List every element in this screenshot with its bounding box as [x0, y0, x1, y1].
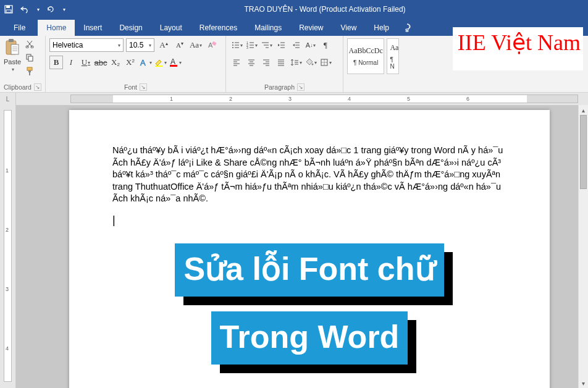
change-case-icon[interactable]: Aa [189, 38, 203, 52]
svg-rect-12 [28, 56, 33, 61]
banner-1[interactable]: Sửa lỗi Font chữ [175, 243, 443, 297]
svg-rect-2 [6, 10, 11, 12]
svg-rect-19 [155, 65, 162, 67]
paste-label[interactable]: Paste [4, 58, 21, 65]
svg-rect-1 [6, 6, 10, 8]
bold-button[interactable]: B [49, 56, 63, 69]
svg-text:3: 3 [246, 46, 248, 49]
tab-view[interactable]: View [332, 20, 366, 36]
font-name-selector[interactable]: Helvetica▾ [49, 38, 124, 52]
paragraph-launcher-icon[interactable]: ↘ [297, 83, 304, 91]
scroll-thumb[interactable] [580, 115, 587, 189]
multilevel-list-icon[interactable] [259, 38, 273, 52]
clipboard-launcher-icon[interactable]: ↘ [34, 83, 41, 91]
title-bar: ▾ ▾ TRAO DUYÊN - Word (Product Activatio… [0, 0, 588, 19]
svg-text:A: A [208, 41, 213, 49]
undo-dropdown-icon[interactable]: ▾ [37, 7, 40, 12]
svg-rect-5 [11, 44, 19, 54]
shrink-font-icon[interactable]: A▾ [173, 38, 187, 52]
ruler-horizontal: L 1 2 3 4 5 6 [0, 93, 588, 105]
increase-indent-icon[interactable] [289, 38, 303, 52]
svg-point-62 [311, 64, 313, 65]
tell-me-icon[interactable] [401, 22, 413, 33]
show-marks-icon[interactable]: ¶ [319, 38, 332, 52]
font-size-selector[interactable]: 10.5▾ [126, 38, 154, 52]
svg-rect-14 [28, 70, 31, 72]
shading-icon[interactable] [304, 56, 317, 69]
underline-button[interactable]: U [79, 56, 93, 69]
page[interactable]: Náº¿u tháº¥y bÃ i viáº¿t hÆ°á»›ng dáº«n … [69, 110, 550, 388]
brand-overlay: IIE Việt Nam [453, 27, 583, 70]
align-right-icon[interactable] [259, 56, 273, 69]
group-label-styles [347, 90, 399, 91]
svg-rect-21 [170, 65, 177, 67]
workspace: 1 2 3 4 Náº¿u tháº¥y bÃ i viáº¿t hÆ°á»›n… [0, 105, 588, 388]
text-effects-icon[interactable]: A [138, 56, 152, 69]
group-label-clipboard: Clipboard ↘ [4, 82, 41, 91]
font-color-icon[interactable]: A [168, 56, 182, 69]
sort-icon[interactable]: A↓ [304, 38, 317, 52]
group-font: Helvetica▾ 10.5▾ A▴ A▾ Aa A B I U abc X2… [46, 36, 226, 92]
tab-references[interactable]: References [191, 20, 246, 36]
ruler-v-track[interactable]: 1 2 3 4 [4, 110, 12, 382]
svg-point-26 [232, 47, 233, 48]
group-label-font: Font ↘ [49, 82, 222, 91]
justify-icon[interactable] [274, 56, 288, 69]
svg-rect-13 [27, 67, 32, 70]
align-left-icon[interactable] [230, 56, 243, 69]
group-paragraph: 123 A↓ ¶ Paragraph ↘ [226, 36, 343, 92]
redo-icon[interactable] [46, 4, 56, 14]
format-painter-icon[interactable] [23, 65, 36, 77]
copy-icon[interactable] [23, 52, 36, 63]
scroll-up-icon[interactable]: ▴ [579, 105, 588, 115]
group-styles: AaBbCcDc ¶ Normal Aa ¶ N [343, 36, 403, 92]
tab-layout[interactable]: Layout [151, 20, 191, 36]
highlight-color-icon[interactable] [153, 56, 167, 69]
banner-2[interactable]: Trong Word [211, 311, 408, 365]
align-center-icon[interactable] [245, 56, 258, 69]
scroll-down-icon[interactable]: ▾ [579, 378, 588, 388]
tab-home[interactable]: Home [38, 20, 75, 36]
tab-insert[interactable]: Insert [75, 20, 111, 36]
line-spacing-icon[interactable] [289, 56, 303, 69]
window-title: TRAO DUYÊN - Word (Product Activation Fa… [65, 5, 584, 14]
undo-icon[interactable] [20, 4, 30, 14]
tab-mailings[interactable]: Mailings [246, 20, 290, 36]
svg-rect-4 [9, 39, 14, 42]
tab-file[interactable]: File [1, 20, 38, 36]
decrease-indent-icon[interactable] [274, 38, 288, 52]
tab-design[interactable]: Design [111, 20, 151, 36]
font-launcher-icon[interactable]: ↘ [140, 83, 147, 91]
style-normal[interactable]: AaBbCcDc ¶ Normal [347, 38, 384, 74]
grow-font-icon[interactable]: A▴ [157, 38, 170, 52]
group-label-paragraph: Paragraph ↘ [230, 82, 339, 91]
scrollbar-vertical[interactable]: ▴ ▾ [578, 105, 588, 388]
subscript-button[interactable]: X2 [109, 56, 122, 69]
svg-text:A: A [170, 57, 175, 66]
save-icon[interactable] [4, 4, 14, 14]
superscript-button[interactable]: X2 [124, 56, 137, 69]
borders-icon[interactable] [319, 56, 332, 69]
paste-icon[interactable] [4, 38, 21, 57]
svg-text:A: A [140, 58, 146, 67]
cut-icon[interactable] [23, 38, 36, 49]
style-partial[interactable]: Aa ¶ N [387, 38, 399, 74]
document-area[interactable]: Náº¿u tháº¥y bÃ i viáº¿t hÆ°á»›ng dáº«n … [16, 105, 588, 388]
numbering-icon[interactable]: 123 [245, 38, 258, 52]
strikethrough-button[interactable]: abc [94, 56, 107, 69]
ruler-vertical: 1 2 3 4 [0, 105, 16, 388]
svg-point-22 [232, 42, 233, 43]
text-cursor[interactable]: | [112, 213, 506, 227]
tab-help[interactable]: Help [365, 20, 398, 36]
italic-button[interactable]: I [64, 56, 78, 69]
body-paragraph[interactable]: Náº¿u tháº¥y bÃ i viáº¿t hÆ°á»›ng dáº«n … [112, 145, 506, 205]
ruler-h-track[interactable]: 1 2 3 4 5 6 [70, 95, 578, 103]
quick-access-toolbar: ▾ ▾ [4, 4, 65, 14]
bullets-icon[interactable] [230, 38, 243, 52]
svg-point-24 [232, 44, 233, 46]
clear-formatting-icon[interactable]: A [205, 38, 219, 52]
tab-review[interactable]: Review [290, 20, 332, 36]
paste-dropdown-icon[interactable]: ▾ [12, 67, 14, 72]
group-clipboard: Paste ▾ Clipboard ↘ [0, 36, 46, 92]
tab-selector[interactable]: L [0, 93, 16, 105]
